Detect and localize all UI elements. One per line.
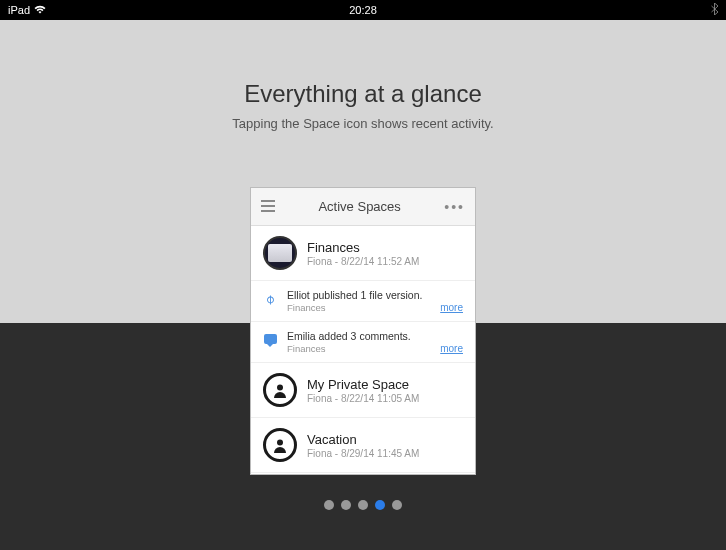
- svg-point-0: [277, 385, 283, 391]
- mock-header-title: Active Spaces: [318, 199, 400, 214]
- bluetooth-icon: [711, 3, 718, 17]
- activity-text: Emilia added 3 comments. Finances: [287, 330, 463, 354]
- page-dot-5[interactable]: [392, 500, 402, 510]
- page-dot-2[interactable]: [341, 500, 351, 510]
- hero-text: Everything at a glance Tapping the Space…: [0, 20, 726, 131]
- more-link[interactable]: more: [440, 302, 463, 313]
- finances-thumbnail-icon: [268, 244, 292, 262]
- pagination-dots[interactable]: [324, 500, 402, 510]
- space-item-vacation[interactable]: Vacation Fiona - 8/29/14 11:45 AM: [251, 418, 475, 473]
- space-avatar: [263, 373, 297, 407]
- space-name: Vacation: [307, 432, 463, 447]
- app-preview-mock: Active Spaces ••• Finances Fiona - 8/22/…: [250, 187, 476, 475]
- activity-main: Elliot published 1 file version.: [287, 289, 463, 301]
- space-meta: Fiona - 8/29/14 11:45 AM: [307, 448, 463, 459]
- activity-main: Emilia added 3 comments.: [287, 330, 463, 342]
- person-icon: [272, 382, 288, 398]
- space-text: My Private Space Fiona - 8/22/14 11:05 A…: [307, 377, 463, 404]
- link-icon: ⌀: [263, 291, 277, 305]
- wifi-icon: [34, 4, 46, 16]
- activity-item-comment[interactable]: Emilia added 3 comments. Finances more: [251, 322, 475, 363]
- space-item-finances[interactable]: Finances Fiona - 8/22/14 11:52 AM: [251, 226, 475, 281]
- activity-item-file[interactable]: ⌀ Elliot published 1 file version. Finan…: [251, 281, 475, 322]
- activity-sub: Finances: [287, 343, 463, 354]
- space-meta: Fiona - 8/22/14 11:05 AM: [307, 393, 463, 404]
- more-link[interactable]: more: [440, 343, 463, 354]
- mock-header: Active Spaces •••: [251, 188, 475, 226]
- space-item-private[interactable]: My Private Space Fiona - 8/22/14 11:05 A…: [251, 363, 475, 418]
- space-text: Finances Fiona - 8/22/14 11:52 AM: [307, 240, 463, 267]
- space-text: Vacation Fiona - 8/29/14 11:45 AM: [307, 432, 463, 459]
- page-dot-4[interactable]: [375, 500, 385, 510]
- person-icon: [272, 437, 288, 453]
- space-name: Finances: [307, 240, 463, 255]
- activity-text: Elliot published 1 file version. Finance…: [287, 289, 463, 313]
- page-subtitle: Tapping the Space icon shows recent acti…: [0, 116, 726, 131]
- device-label: iPad: [8, 4, 30, 16]
- space-avatar: [263, 428, 297, 462]
- space-avatar: [263, 236, 297, 270]
- page-title: Everything at a glance: [0, 80, 726, 108]
- hamburger-icon[interactable]: [261, 199, 275, 215]
- page-dot-1[interactable]: [324, 500, 334, 510]
- svg-point-1: [277, 440, 283, 446]
- ios-status-bar: iPad 20:28: [0, 0, 726, 20]
- activity-sub: Finances: [287, 302, 463, 313]
- space-meta: Fiona - 8/22/14 11:52 AM: [307, 256, 463, 267]
- status-time: 20:28: [349, 4, 377, 16]
- status-left: iPad: [8, 4, 46, 16]
- space-name: My Private Space: [307, 377, 463, 392]
- comment-icon: [263, 332, 277, 346]
- page-dot-3[interactable]: [358, 500, 368, 510]
- more-icon[interactable]: •••: [444, 199, 465, 215]
